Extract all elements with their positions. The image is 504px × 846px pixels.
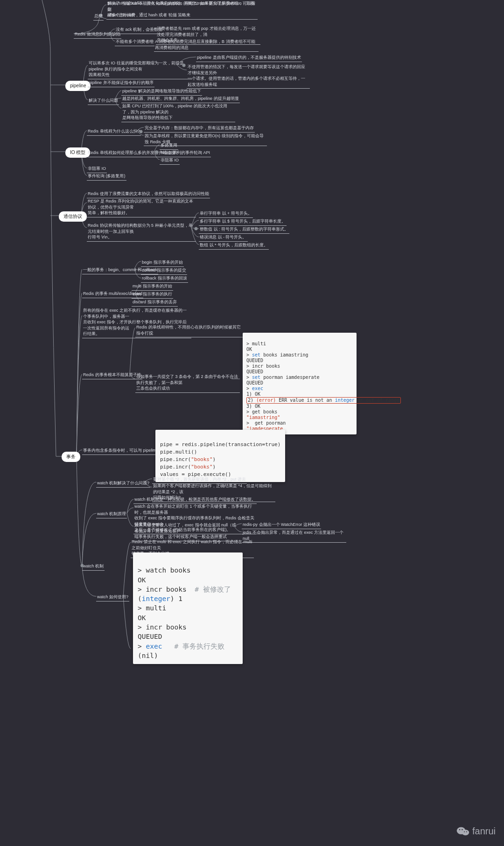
node-proto-u4: 错误消息 以 - 符号开头。 xyxy=(199,234,248,242)
node-proto-u5: 数组 以 * 号开头，后跟数组的长度。 xyxy=(199,242,269,250)
node-watch-why: watch 机制解决了什么问题? xyxy=(96,480,150,488)
branch-protocol: 通信协议 xyxy=(59,211,87,222)
code-watch: > watch books OK > incr books # 被修改了 (in… xyxy=(133,552,243,664)
node-no-multi-sub: A 消费者组消费完消息后直接删除，B 消费者组不可能再消费相同的消息 xyxy=(154,38,259,52)
branch-dot xyxy=(182,64,186,67)
node-summary-label: 总结 xyxy=(93,13,104,21)
node-no-multi: 不能有多个消费者组 xyxy=(115,38,154,46)
node-pipe-io-sub: 不使用管道的情况下，每发送一个请求就要等该这个请求的回应才继续发送另外 一个请求… xyxy=(187,63,310,89)
node-io-select: select 系列的事件轮询 API xyxy=(160,149,211,157)
branch-dot xyxy=(109,32,112,35)
wechat-icon xyxy=(456,825,469,837)
node-pipe-cross: 越是跨机器、跨机柜、跨集群、跨机房，pipeline 的提升越明显 xyxy=(121,95,240,103)
svg-point-2 xyxy=(459,829,460,830)
branch-tx: 事务 xyxy=(62,452,80,462)
node-pipe-cpu: 如果 CPU 已经打到了100%，pipeline 的批次大小也没用了，因为 p… xyxy=(121,103,235,122)
node-proto-resp: RESP 是 Redis 序列化协议的简写。它是一种直观的文本协议，优势在于实现… xyxy=(87,198,196,217)
node-watch-p3s2: jedis 不会抛出异常，而是通过在 exec 方法里返回一个 null xyxy=(242,529,346,543)
code-python-pipe: pipe = redis.pipeline(transaction=true) … xyxy=(155,430,285,482)
watermark: fanrui xyxy=(456,825,496,838)
node-io-whyfast: Redis 单线程为什么这么快? xyxy=(87,128,141,136)
node-io-mem: 完全基于内存：数据都在内存中，所有运算也都是基于内存 xyxy=(144,125,255,133)
node-pipe-noorder: pipiline 并不能保证指令执行的顺序 xyxy=(88,79,154,87)
node-proto-u1: 单行字符串 以 + 符号开头。 xyxy=(199,210,253,218)
watermark-text: fanrui xyxy=(472,825,496,838)
node-pipe-solve: 解决了什么问题 xyxy=(88,97,119,105)
branch-dot xyxy=(195,227,198,231)
node-io-nbio: 非阻塞 IO xyxy=(160,157,180,165)
branch-dot xyxy=(140,130,143,133)
node-proto-u3: 整数值 以 : 符号开头，后跟整数的字符串形式。 xyxy=(199,226,289,234)
node-watch-principle: watch 机制原理 xyxy=(96,510,127,518)
node-pipe-client: pipeline 是由客户端提供的，不是服务器提供的特别技术 xyxy=(196,54,302,62)
node-tx-rollback: rollback 指示事务的回滚 xyxy=(141,275,188,283)
node-tx-begin: begin 指示事务的开始 xyxy=(141,259,184,267)
node-mq-defect: Redis 做消息队列的缺陷 xyxy=(74,31,121,39)
node-pipe-io: 可以将多次 IO 往返的睡觉觉那顺缩为一次，前提是 pipeline 执行的指令… xyxy=(88,60,192,79)
node-tx-discard: discard 指示事务的丢弃 xyxy=(132,299,178,307)
node-io-nbio2: 非阻塞 IO xyxy=(87,165,107,173)
node-tx-na2: 假如事务一共提交了 3 条命令，第 2 条由于命令不合法执行失败了，第一条和第 … xyxy=(135,373,240,393)
node-tx-notatomic: Redis 的事务根本不能算原子性 xyxy=(82,371,142,379)
branch-pipeline: pipeline xyxy=(65,81,91,91)
code-multi-exec: > multi OK > set books iamastring QUEUED… xyxy=(243,333,357,434)
svg-point-4 xyxy=(464,832,465,832)
node-proto-desc: Redis 使用了浪费流量的文本协议，依然可以取得极高的访问性能 xyxy=(87,190,210,198)
node-watch: watch 机制 xyxy=(82,563,105,571)
node-stream-pubsub: 解决了 Pub/Sub 不能持久化消息的缺陷。同时 Stream 区分了消费者组… xyxy=(106,0,258,20)
node-io-evtloop: 事件轮询 (多路复用) xyxy=(87,173,126,181)
node-pipe-bottleneck: pipeline 解决的是网络瓶颈导致的性能低下 xyxy=(121,88,202,96)
branch-dot xyxy=(155,151,159,154)
branch-dot xyxy=(81,564,84,567)
node-tx-exec: exec 指示事务的执行 xyxy=(132,291,173,299)
svg-point-5 xyxy=(466,832,467,832)
node-tx-commit: commit 指示事务的提交 xyxy=(141,267,187,275)
node-tx-multi: multi 指示事务的开始 xyxy=(132,283,173,291)
node-watch-p3s1: redis-py 会抛出一个 WatchError 这种错误 xyxy=(242,521,321,529)
svg-point-3 xyxy=(462,829,462,830)
node-proto-frame: Redis 协议将传输的结构数据分为 5 种最小单元类型，单元结束时统一加上回车… xyxy=(87,222,196,242)
svg-point-1 xyxy=(462,830,469,835)
node-tx-na1: Redis 的单线程特性，不用担心在执行队列的时候被其它指令打搅 xyxy=(135,324,245,337)
diagram-canvas: Stream 借鉴 Kafka，没有 kafka partition 的概念。如… xyxy=(0,0,504,846)
node-watch-how: watch 如何使用? xyxy=(96,594,129,601)
node-proto-u2: 多行字符串 以 $ 符号开头，后跟字符串长度。 xyxy=(199,218,287,226)
node-io-mux: 多路复用 xyxy=(160,142,178,150)
